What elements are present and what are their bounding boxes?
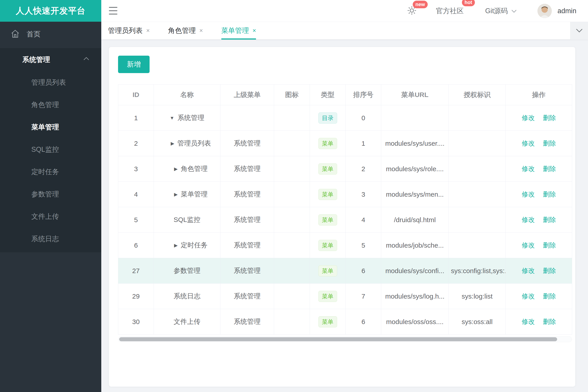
sidebar-group-header[interactable]: 系统管理 [0, 48, 101, 71]
cell-icon [274, 284, 310, 309]
cell-url: modules/sys/user.... [381, 131, 449, 156]
edit-link[interactable]: 修改 [522, 242, 535, 249]
sidebar-item-sql-monitor[interactable]: SQL监控 [0, 138, 101, 161]
col-header-actions: 操作 [506, 84, 572, 105]
sidebar-item-admin-list[interactable]: 管理员列表 [0, 71, 101, 94]
delete-link[interactable]: 删除 [543, 165, 556, 172]
git-source-link[interactable]: Git源码 [485, 6, 517, 16]
table-header-row: ID 名称 上级菜单 图标 类型 排序号 菜单URL 授权标识 操作 [118, 84, 572, 105]
cell-parent: 系统管理 [220, 156, 274, 182]
cell-url: modules/sys/log.h... [381, 284, 449, 309]
tree-arrow-icon[interactable]: ▶ [174, 192, 178, 197]
table-row: 30 文件上传 系统管理 菜单 6 modules/oss/oss.... sy… [118, 309, 572, 334]
sidebar-item-parameter-management[interactable]: 参数管理 [0, 183, 101, 206]
sidebar-item-menu-management[interactable]: 菜单管理 [0, 116, 101, 138]
cell-perms [449, 233, 506, 258]
cell-icon [274, 105, 310, 131]
tab-admin-list[interactable]: 管理员列表× [108, 22, 150, 40]
sidebar-item-home[interactable]: 首页 [0, 22, 101, 47]
user-avatar[interactable] [537, 4, 552, 18]
cell-name: ▶ 菜单管理 [154, 182, 220, 207]
cell-icon [274, 156, 310, 182]
edit-link[interactable]: 修改 [522, 191, 535, 198]
sidebar-item-system-log[interactable]: 系统日志 [0, 228, 101, 250]
delete-link[interactable]: 删除 [543, 216, 556, 223]
cell-name: SQL监控 [154, 207, 220, 233]
col-header-parent: 上级菜单 [220, 84, 274, 105]
cell-parent: 系统管理 [220, 131, 274, 156]
cell-perms [449, 131, 506, 156]
edit-link[interactable]: 修改 [522, 140, 535, 147]
community-link[interactable]: 官方社区 hot [436, 6, 464, 16]
close-icon[interactable]: × [253, 27, 256, 34]
sidebar-item-file-upload[interactable]: 文件上传 [0, 206, 101, 228]
cell-url: modules/sys/role.... [381, 156, 449, 182]
hamburger-menu-icon[interactable] [109, 7, 117, 14]
cell-type: 菜单 [310, 309, 346, 334]
cell-order: 0 [346, 105, 381, 131]
tab-role-management[interactable]: 角色管理× [168, 22, 203, 40]
new-badge: new [413, 1, 428, 8]
cell-perms [449, 105, 506, 131]
edit-link[interactable]: 修改 [522, 318, 535, 325]
add-button[interactable]: 新增 [118, 56, 150, 73]
sidebar-item-scheduled-tasks[interactable]: 定时任务 [0, 161, 101, 183]
edit-link[interactable]: 修改 [522, 216, 535, 223]
cell-order: 6 [346, 258, 381, 284]
cell-icon [274, 207, 310, 233]
cell-id: 6 [118, 233, 154, 258]
col-header-url: 菜单URL [381, 84, 449, 105]
scrollbar-thumb[interactable] [119, 337, 557, 341]
delete-link[interactable]: 删除 [543, 318, 556, 325]
delete-link[interactable]: 删除 [543, 114, 556, 121]
table-row: 27 参数管理 系统管理 菜单 6 modules/sys/confi... s… [118, 258, 572, 284]
table-row: 6 ▶ 定时任务 系统管理 菜单 5 modules/job/sche... 修… [118, 233, 572, 258]
screen: 人人快速开发平台 new 官方社区 hot Git源码 [0, 0, 588, 392]
cell-actions: 修改 删除 [506, 131, 572, 156]
sidebar: 首页 系统管理 管理员列表 角色管理 菜单管理 SQL监控 定时任务 参数管理 … [0, 22, 101, 392]
cell-name: ▶ 定时任务 [154, 233, 220, 258]
top-header: 人人快速开发平台 new 官方社区 hot Git源码 [0, 0, 588, 22]
edit-link[interactable]: 修改 [522, 114, 535, 121]
close-icon[interactable]: × [199, 27, 203, 34]
delete-link[interactable]: 删除 [543, 191, 556, 198]
cell-type: 菜单 [310, 182, 346, 207]
cell-type: 菜单 [310, 156, 346, 182]
cell-type: 目录 [310, 105, 346, 131]
cell-actions: 修改 删除 [506, 233, 572, 258]
table-row: 5 SQL监控 系统管理 菜单 4 /druid/sql.html 修改 删除 [118, 207, 572, 233]
cell-order: 6 [346, 309, 381, 334]
cell-parent: 系统管理 [220, 309, 274, 334]
tree-arrow-icon[interactable]: ▶ [174, 166, 178, 172]
close-icon[interactable]: × [146, 27, 150, 34]
cell-perms [449, 182, 506, 207]
tab-menu-management[interactable]: 菜单管理× [221, 22, 256, 40]
edit-link[interactable]: 修改 [522, 267, 535, 274]
cell-url: modules/sys/men... [381, 182, 449, 207]
delete-link[interactable]: 删除 [543, 140, 556, 147]
tabs-dropdown-button[interactable] [570, 22, 588, 40]
edit-link[interactable]: 修改 [522, 292, 535, 300]
username-label[interactable]: admin [557, 7, 576, 15]
tree-arrow-icon[interactable]: ▶ [171, 141, 174, 146]
sidebar-item-role-management[interactable]: 角色管理 [0, 94, 101, 116]
header-right-group: new 官方社区 hot Git源码 admin [407, 0, 576, 22]
settings-gear-button[interactable]: new [407, 6, 417, 16]
chevron-down-icon [511, 7, 517, 15]
cell-actions: 修改 删除 [506, 284, 572, 309]
tree-arrow-icon[interactable]: ▼ [170, 115, 174, 121]
cell-order: 1 [346, 131, 381, 156]
cell-type: 菜单 [310, 131, 346, 156]
cell-parent: 系统管理 [220, 207, 274, 233]
cell-type: 菜单 [310, 207, 346, 233]
delete-link[interactable]: 删除 [543, 292, 556, 300]
cell-id: 4 [118, 182, 154, 207]
edit-link[interactable]: 修改 [522, 165, 535, 172]
delete-link[interactable]: 删除 [543, 267, 556, 274]
cell-url [381, 105, 449, 131]
delete-link[interactable]: 删除 [543, 242, 556, 249]
cell-parent: 系统管理 [220, 258, 274, 284]
tree-arrow-icon[interactable]: ▶ [174, 243, 178, 248]
cell-type: 菜单 [310, 258, 346, 284]
home-icon [11, 29, 20, 39]
